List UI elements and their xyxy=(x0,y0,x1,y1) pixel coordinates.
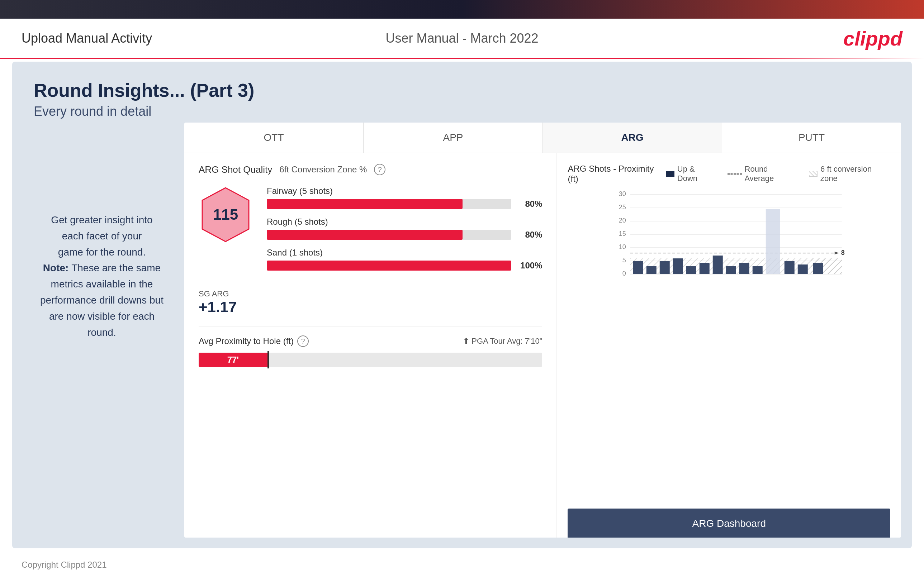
description-text: Get greater insight intoeach facet of yo… xyxy=(34,212,170,340)
top-bar xyxy=(0,0,924,19)
page-title: Round Insights... (Part 3) xyxy=(34,79,890,101)
svg-rect-37 xyxy=(813,263,823,274)
svg-rect-27 xyxy=(686,266,696,274)
chart-area: 30 25 20 15 10 5 0 xyxy=(568,191,890,501)
tab-arg[interactable]: ARG xyxy=(543,122,722,153)
shot-label-sand: Sand (1 shots) xyxy=(267,248,542,258)
legend-conversion-icon xyxy=(809,171,817,177)
shot-bar-fill-rough xyxy=(267,230,462,240)
conversion-label: 6ft Conversion Zone % xyxy=(279,164,367,174)
shot-row-rough: Rough (5 shots) 80% xyxy=(267,217,542,240)
proximity-bar-fill: 77' xyxy=(199,353,268,367)
sg-value: +1.17 xyxy=(199,298,542,316)
svg-marker-19 xyxy=(835,251,839,255)
svg-rect-28 xyxy=(699,263,709,274)
main-content: Round Insights... (Part 3) Every round i… xyxy=(12,62,912,548)
sg-section: SG ARG +1.17 xyxy=(199,289,542,316)
svg-text:15: 15 xyxy=(619,230,626,237)
score-section: 115 Fairway (5 shots) 80% xyxy=(199,186,542,279)
svg-rect-31 xyxy=(739,263,750,274)
svg-rect-23 xyxy=(633,261,643,274)
tab-ott[interactable]: OTT xyxy=(184,122,363,153)
tab-app[interactable]: APP xyxy=(363,122,543,153)
svg-rect-34 xyxy=(785,261,795,274)
svg-rect-24 xyxy=(646,266,656,274)
shot-pct-rough: 80% xyxy=(517,230,542,240)
svg-text:10: 10 xyxy=(619,243,626,250)
shot-bar-bg-sand xyxy=(267,261,511,271)
legend-round-avg-icon xyxy=(727,174,742,174)
svg-rect-29 xyxy=(713,256,723,274)
svg-text:8: 8 xyxy=(841,249,845,256)
hex-score: 115 xyxy=(213,206,238,223)
legend-conversion: 6 ft conversion zone xyxy=(809,164,890,183)
svg-text:5: 5 xyxy=(622,256,626,264)
desc-note: Note: xyxy=(43,262,71,274)
legend-round-avg-label: Round Average xyxy=(745,164,798,183)
pga-avg: ⬆ PGA Tour Avg: 7'10" xyxy=(463,337,542,346)
shot-label-rough: Rough (5 shots) xyxy=(267,217,542,227)
svg-text:20: 20 xyxy=(619,217,626,224)
header-divider xyxy=(0,58,924,59)
proximity-header: Avg Proximity to Hole (ft) ? ⬆ PGA Tour … xyxy=(199,335,542,347)
dashboard-card: OTT APP ARG PUTT ARG Shot Quality 6ft Co… xyxy=(184,122,901,538)
proximity-label: Avg Proximity to Hole (ft) xyxy=(199,336,294,346)
shot-pct-fairway: 80% xyxy=(517,199,542,209)
tabs-container: OTT APP ARG PUTT xyxy=(184,122,901,153)
svg-rect-35 xyxy=(798,264,808,274)
shot-label-fairway: Fairway (5 shots) xyxy=(267,186,542,196)
sg-label: SG ARG xyxy=(199,289,542,298)
shot-row-sand: Sand (1 shots) 100% xyxy=(267,248,542,271)
proximity-help-icon[interactable]: ? xyxy=(297,335,309,347)
proximity-cursor xyxy=(268,351,269,368)
shot-quality-label: ARG Shot Quality xyxy=(199,164,272,175)
svg-rect-32 xyxy=(753,266,762,274)
proximity-title: Avg Proximity to Hole (ft) ? xyxy=(199,335,309,347)
svg-text:25: 25 xyxy=(619,203,626,211)
proximity-bar-bg: 77' xyxy=(199,353,542,367)
svg-rect-25 xyxy=(660,261,670,274)
help-icon[interactable]: ? xyxy=(374,164,386,175)
svg-rect-33 xyxy=(766,209,780,274)
shot-pct-sand: 100% xyxy=(517,261,542,271)
legend-conversion-label: 6 ft conversion zone xyxy=(821,164,890,183)
chart-legend: Up & Down Round Average 6 ft conversion … xyxy=(666,164,890,183)
svg-rect-26 xyxy=(673,258,683,274)
chart-header: ARG Shots - Proximity (ft) Up & Down Rou… xyxy=(568,164,890,184)
legend-up-down-icon xyxy=(666,171,674,177)
right-panel: ARG Shots - Proximity (ft) Up & Down Rou… xyxy=(557,153,901,538)
header: Upload Manual Activity User Manual - Mar… xyxy=(0,19,924,58)
shot-bar-fill-fairway xyxy=(267,199,462,209)
desc-line1: Get greater insight intoeach facet of yo… xyxy=(51,214,152,258)
arg-dashboard-btn[interactable]: ARG Dashboard xyxy=(568,509,890,538)
page-subtitle: Every round in detail xyxy=(34,104,890,119)
legend-up-down-label: Up & Down xyxy=(677,164,717,183)
hexagon-container: 115 xyxy=(199,186,252,243)
chart-title: ARG Shots - Proximity (ft) xyxy=(568,164,666,184)
shot-bar-bg-fairway xyxy=(267,199,511,209)
content-split: ARG Shot Quality 6ft Conversion Zone % ?… xyxy=(184,153,901,538)
proximity-section: Avg Proximity to Hole (ft) ? ⬆ PGA Tour … xyxy=(199,327,542,367)
shot-row-fairway: Fairway (5 shots) 80% xyxy=(267,186,542,209)
shot-bar-bg-rough xyxy=(267,230,511,240)
logo: clippd xyxy=(843,27,903,50)
svg-text:30: 30 xyxy=(619,191,626,197)
footer: Copyright Clippd 2021 xyxy=(21,560,107,570)
shot-bars: Fairway (5 shots) 80% Rough (5 shots) xyxy=(267,186,542,279)
left-panel: ARG Shot Quality 6ft Conversion Zone % ?… xyxy=(184,153,557,538)
svg-text:0: 0 xyxy=(622,270,626,277)
legend-up-down: Up & Down xyxy=(666,164,717,183)
copyright: Copyright Clippd 2021 xyxy=(21,560,107,569)
legend-round-avg: Round Average xyxy=(727,164,798,183)
proximity-chart: 30 25 20 15 10 5 0 xyxy=(568,191,890,292)
panel-header: ARG Shot Quality 6ft Conversion Zone % ? xyxy=(199,164,542,175)
doc-title: User Manual - March 2022 xyxy=(386,31,538,46)
svg-rect-30 xyxy=(726,266,736,274)
shot-bar-fill-sand xyxy=(267,261,511,271)
tab-putt[interactable]: PUTT xyxy=(722,122,901,153)
desc-line2: These are the same metrics available in … xyxy=(40,262,163,338)
upload-label[interactable]: Upload Manual Activity xyxy=(21,31,152,46)
